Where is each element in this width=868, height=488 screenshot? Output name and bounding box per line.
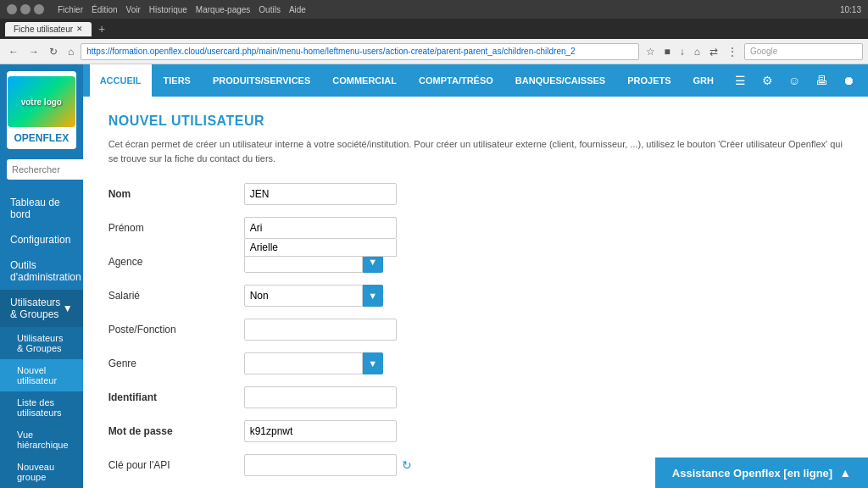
sidebar-item-tableau[interactable]: Tableau de bord bbox=[0, 190, 83, 227]
nav-tab-compta[interactable]: COMPTA/TRÉSO bbox=[409, 64, 504, 97]
tab-bar: Fiche utilisateur ✕ + bbox=[0, 19, 868, 39]
genre-label: Genre bbox=[108, 358, 244, 369]
nom-label: Nom bbox=[108, 188, 244, 200]
download-icon[interactable]: ↓ bbox=[676, 44, 688, 59]
nav-print-icon[interactable]: 🖶 bbox=[809, 68, 834, 93]
assistance-button[interactable]: Assistance Openflex [en ligne] ▲ bbox=[655, 458, 868, 488]
address-bar[interactable]: https://formation.openflex.cloud/usercar… bbox=[81, 43, 638, 60]
assistance-chevron-icon: ▲ bbox=[839, 466, 851, 480]
sidebar-sub-vue-hierarchique[interactable]: Vue hiérarchique bbox=[0, 424, 83, 456]
browser-bar: Fichier Édition Voir Historique Marque-p… bbox=[0, 0, 868, 19]
nav-tab-commercial[interactable]: COMMERCIAL bbox=[322, 64, 407, 97]
sidebar-item-outils[interactable]: Outils d'administration bbox=[0, 252, 83, 290]
user-form: Nom Prénom Arielle bbox=[108, 182, 843, 488]
password-label: Mot de passe bbox=[108, 425, 244, 437]
sidebar-sub-liste-utilisateurs[interactable]: Liste des utilisateurs bbox=[0, 391, 83, 424]
brand-name: OPENFLEX bbox=[14, 132, 69, 144]
nav-tab-tiers[interactable]: TIERS bbox=[153, 64, 201, 97]
tab-title: Fiche utilisateur bbox=[14, 25, 73, 34]
tab-close-btn[interactable]: ✕ bbox=[76, 25, 83, 33]
nom-input[interactable] bbox=[244, 183, 397, 205]
sidebar-nav: Tableau de bord Configuration Outils d'a… bbox=[0, 190, 83, 488]
logo-area: votre logo OPENFLEX bbox=[7, 71, 76, 149]
nav-tab-grh[interactable]: GRH bbox=[683, 64, 724, 97]
page-description: Cet écran permet de créer un utilisateur… bbox=[108, 137, 843, 165]
browser-close[interactable] bbox=[34, 4, 44, 14]
content-area: NOUVEL UTILISATEUR Cet écran permet de c… bbox=[83, 97, 868, 488]
forward-icon[interactable]: → bbox=[25, 44, 42, 59]
browser-menu: Fichier Édition Voir Historique Marque-p… bbox=[58, 5, 306, 14]
nav-home-icon[interactable]: ⌂ bbox=[691, 44, 704, 59]
nav-power-icon[interactable]: ⏺ bbox=[836, 68, 861, 93]
prenom-input[interactable] bbox=[244, 217, 397, 239]
browser-controls bbox=[7, 4, 44, 14]
menu-aide[interactable]: Aide bbox=[289, 5, 306, 14]
browser-time: 10:13 bbox=[840, 5, 861, 14]
prenom-autocomplete: Arielle bbox=[244, 239, 397, 257]
browser-search-bar[interactable]: Google bbox=[744, 43, 863, 60]
back-icon[interactable]: ← bbox=[5, 44, 22, 59]
sidebar-search-box: ▼ bbox=[7, 159, 76, 180]
nav-menu-icon[interactable]: ☰ bbox=[727, 68, 753, 93]
nav-icons-right: ☆ ■ ↓ ⌂ ⇄ ⋮ bbox=[643, 44, 742, 59]
more-icon[interactable]: ⋮ bbox=[724, 44, 741, 59]
form-row-salarie: Salarié Non ▼ bbox=[108, 284, 843, 308]
nav-tab-produits[interactable]: PRODUITS/SERVICES bbox=[203, 64, 320, 97]
autocomplete-item-arielle[interactable]: Arielle bbox=[245, 239, 396, 256]
nav-tab-banques[interactable]: BANQUES/CAISSES bbox=[505, 64, 615, 97]
sidebar-section-chevron: ▼ bbox=[63, 302, 73, 314]
genre-value bbox=[244, 352, 363, 374]
new-tab-btn[interactable]: + bbox=[98, 22, 105, 36]
sidebar-sub-nav: Utilisateurs & Groupes Nouvel utilisateu… bbox=[0, 327, 83, 488]
password-input[interactable] bbox=[244, 420, 397, 442]
sidebar-section-users[interactable]: Utilisateurs & Groupes ▼ bbox=[0, 290, 83, 327]
address-text: https://formation.openflex.cloud/usercar… bbox=[86, 47, 575, 56]
form-row-prenom: Prénom Arielle bbox=[108, 216, 843, 240]
salarie-label: Salarié bbox=[108, 290, 244, 302]
content-inner: NOUVEL UTILISATEUR Cet écran permet de c… bbox=[83, 97, 868, 488]
genre-select-wrap: ▼ bbox=[244, 352, 383, 374]
logo-box: votre logo bbox=[8, 76, 75, 127]
bookmark-icon[interactable]: ☆ bbox=[643, 44, 659, 59]
cle-api-input[interactable] bbox=[244, 454, 397, 476]
sidebar-section-label: Utilisateurs & Groupes bbox=[10, 297, 63, 320]
sidebar-sub-nouveau-groupe[interactable]: Nouveau groupe bbox=[0, 456, 83, 488]
identifiant-input[interactable] bbox=[244, 386, 397, 408]
form-row-password: Mot de passe bbox=[108, 419, 843, 443]
menu-outils[interactable]: Outils bbox=[259, 5, 281, 14]
refresh-nav-icon[interactable]: ↻ bbox=[46, 44, 61, 59]
menu-marquepages[interactable]: Marque-pages bbox=[196, 5, 250, 14]
sidebar-sub-nouvel-utilisateur[interactable]: Nouvel utilisateur bbox=[0, 359, 83, 391]
menu-fichier[interactable]: Fichier bbox=[58, 5, 83, 14]
browser-maximize[interactable] bbox=[20, 4, 31, 14]
nav-settings-icon[interactable]: ⚙ bbox=[754, 68, 780, 93]
nav-tab-projets[interactable]: PROJETS bbox=[617, 64, 681, 97]
search-placeholder: Google bbox=[750, 47, 777, 56]
browser-minimize[interactable] bbox=[7, 4, 17, 14]
agence-label: Agence bbox=[108, 256, 244, 268]
prenom-wrap: Arielle bbox=[244, 217, 397, 239]
menu-edition[interactable]: Édition bbox=[92, 5, 118, 14]
sidebar-sub-users-groups[interactable]: Utilisateurs & Groupes bbox=[0, 327, 83, 359]
assistance-label: Assistance Openflex [en ligne] bbox=[672, 467, 832, 480]
prenom-label: Prénom bbox=[108, 222, 244, 234]
menu-historique[interactable]: Historique bbox=[149, 5, 187, 14]
menu-voir[interactable]: Voir bbox=[126, 5, 141, 14]
salarie-value: Non bbox=[244, 285, 363, 307]
browser-tab-active[interactable]: Fiche utilisateur ✕ bbox=[5, 22, 92, 36]
shield-icon[interactable]: ■ bbox=[661, 44, 674, 59]
sync-icon[interactable]: ⇄ bbox=[706, 44, 721, 59]
form-row-agence: Agence ▼ bbox=[108, 250, 843, 274]
poste-label: Poste/Fonction bbox=[108, 324, 244, 336]
sidebar-search-input[interactable] bbox=[7, 159, 83, 180]
nav-user-icon[interactable]: ☺ bbox=[782, 68, 807, 93]
sidebar-item-configuration[interactable]: Configuration bbox=[0, 227, 83, 252]
salarie-select-wrap: Non ▼ bbox=[244, 285, 383, 307]
salarie-select-btn[interactable]: ▼ bbox=[363, 285, 383, 307]
main-layout: votre logo OPENFLEX ▼ Tableau de bord Co… bbox=[0, 64, 868, 488]
home-icon[interactable]: ⌂ bbox=[64, 44, 77, 59]
poste-input[interactable] bbox=[244, 319, 397, 341]
genre-select-btn[interactable]: ▼ bbox=[363, 352, 383, 374]
nav-tab-accueil[interactable]: ACCUEIL bbox=[90, 64, 152, 97]
refresh-api-icon[interactable]: ↻ bbox=[402, 458, 412, 472]
